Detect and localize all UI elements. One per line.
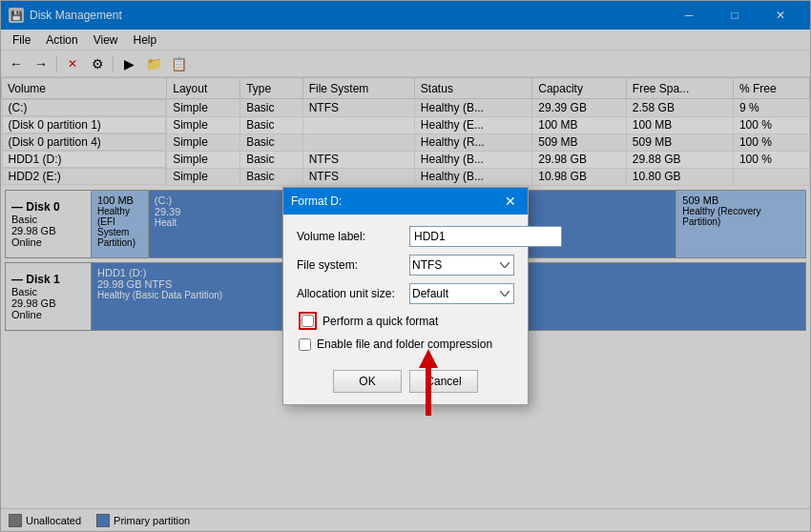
allocation-select[interactable]: Default 512 1024 2048 4096 bbox=[409, 283, 514, 304]
allocation-row: Allocation unit size: Default 512 1024 2… bbox=[297, 283, 514, 304]
ok-button[interactable]: OK bbox=[333, 370, 402, 393]
modal-title: Format D: bbox=[291, 194, 342, 208]
modal-overlay: Format D: ✕ Volume label: File system: N… bbox=[1, 1, 810, 531]
compression-row: Enable file and folder compression bbox=[297, 338, 514, 351]
modal-body: Volume label: File system: NTFS FAT32 ex… bbox=[283, 215, 528, 362]
compression-label: Enable file and folder compression bbox=[317, 338, 492, 351]
modal-footer: OK Cancel bbox=[283, 362, 528, 404]
file-system-row: File system: NTFS FAT32 exFAT bbox=[297, 255, 514, 276]
quick-format-label: Perform a quick format bbox=[322, 315, 438, 328]
modal-close-button[interactable]: ✕ bbox=[501, 192, 520, 211]
volume-label-text: Volume label: bbox=[297, 230, 402, 243]
allocation-label: Allocation unit size: bbox=[297, 287, 402, 300]
cancel-button[interactable]: Cancel bbox=[409, 370, 478, 393]
volume-label-row: Volume label: bbox=[297, 226, 514, 247]
file-system-select[interactable]: NTFS FAT32 exFAT bbox=[409, 255, 514, 276]
file-system-label: File system: bbox=[297, 258, 402, 272]
volume-label-input[interactable] bbox=[409, 226, 562, 247]
format-dialog: Format D: ✕ Volume label: File system: N… bbox=[282, 187, 529, 405]
main-window: 💾 Disk Management ─ □ ✕ File Action View… bbox=[0, 0, 811, 532]
modal-title-bar: Format D: ✕ bbox=[283, 188, 528, 215]
quick-format-highlight bbox=[299, 312, 317, 330]
quick-format-checkbox[interactable] bbox=[302, 315, 314, 327]
compression-checkbox[interactable] bbox=[299, 338, 311, 351]
quick-format-row: Perform a quick format bbox=[297, 312, 514, 330]
